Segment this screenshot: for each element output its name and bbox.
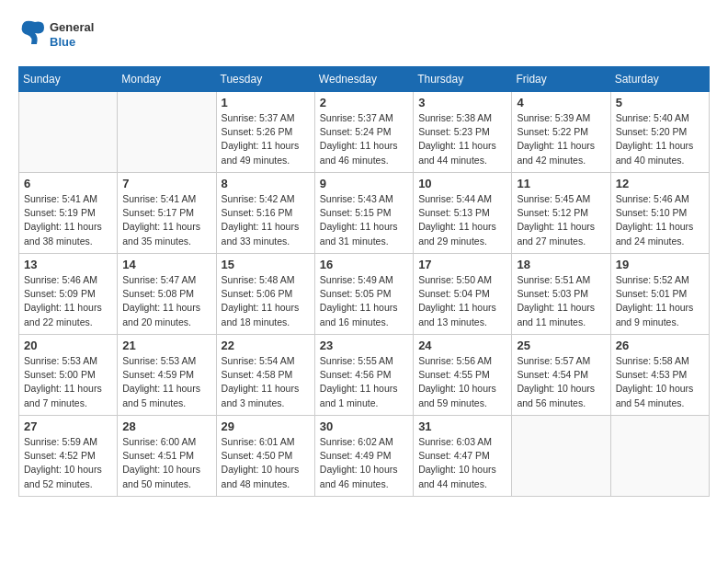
col-thursday: Thursday: [414, 67, 512, 92]
day-number: 29: [222, 419, 310, 433]
day-info: Sunrise: 6:03 AMSunset: 4:47 PMDaylight:…: [418, 435, 506, 491]
day-info: Sunrise: 5:58 AMSunset: 4:53 PMDaylight:…: [616, 354, 704, 410]
day-number: 31: [418, 419, 506, 433]
day-number: 25: [517, 339, 605, 352]
page-header: General Blue: [18, 18, 710, 52]
calendar-cell-w1-d3: 2Sunrise: 5:37 AMSunset: 5:24 PMDaylight…: [314, 92, 413, 173]
day-number: 6: [24, 177, 112, 190]
calendar-cell-w5-d0: 27Sunrise: 5:59 AMSunset: 4:52 PMDayligh…: [19, 416, 118, 497]
day-number: 10: [418, 177, 506, 190]
calendar-cell-w1-d5: 4Sunrise: 5:39 AMSunset: 5:22 PMDaylight…: [512, 92, 610, 173]
day-number: 30: [320, 419, 408, 433]
day-info: Sunrise: 5:53 AMSunset: 4:59 PMDaylight:…: [122, 354, 210, 410]
calendar-cell-w4-d3: 23Sunrise: 5:55 AMSunset: 4:56 PMDayligh…: [314, 335, 413, 416]
col-wednesday: Wednesday: [314, 67, 413, 92]
calendar-week-2: 6Sunrise: 5:41 AMSunset: 5:19 PMDaylight…: [19, 173, 710, 254]
logo-bird-icon: [18, 18, 46, 52]
calendar-table: Sunday Monday Tuesday Wednesday Thursday…: [18, 66, 710, 497]
calendar-cell-w5-d1: 28Sunrise: 6:00 AMSunset: 4:51 PMDayligh…: [118, 416, 216, 497]
calendar-week-3: 13Sunrise: 5:46 AMSunset: 5:09 PMDayligh…: [19, 254, 710, 335]
day-info: Sunrise: 5:44 AMSunset: 5:13 PMDaylight:…: [418, 192, 506, 248]
day-number: 18: [517, 258, 605, 271]
col-saturday: Saturday: [610, 67, 709, 92]
day-number: 1: [222, 96, 310, 109]
col-sunday: Sunday: [19, 67, 118, 92]
day-number: 14: [122, 258, 210, 271]
calendar-cell-w4-d5: 25Sunrise: 5:57 AMSunset: 4:54 PMDayligh…: [512, 335, 610, 416]
day-info: Sunrise: 5:52 AMSunset: 5:01 PMDaylight:…: [616, 273, 704, 329]
day-info: Sunrise: 5:37 AMSunset: 5:26 PMDaylight:…: [222, 111, 310, 167]
calendar-cell-w2-d3: 9Sunrise: 5:43 AMSunset: 5:15 PMDaylight…: [314, 173, 413, 254]
day-info: Sunrise: 5:37 AMSunset: 5:24 PMDaylight:…: [320, 111, 408, 167]
col-tuesday: Tuesday: [216, 67, 314, 92]
day-info: Sunrise: 5:43 AMSunset: 5:15 PMDaylight:…: [320, 192, 408, 248]
day-info: Sunrise: 5:57 AMSunset: 4:54 PMDaylight:…: [517, 354, 605, 410]
day-number: 3: [418, 96, 506, 109]
day-number: 23: [320, 339, 408, 352]
day-number: 5: [616, 96, 704, 109]
calendar-cell-w3-d5: 18Sunrise: 5:51 AMSunset: 5:03 PMDayligh…: [512, 254, 610, 335]
day-number: 16: [320, 258, 408, 271]
day-number: 7: [122, 177, 210, 190]
day-info: Sunrise: 5:53 AMSunset: 5:00 PMDaylight:…: [24, 354, 112, 410]
day-info: Sunrise: 5:42 AMSunset: 5:16 PMDaylight:…: [222, 192, 310, 248]
day-info: Sunrise: 5:38 AMSunset: 5:23 PMDaylight:…: [418, 111, 506, 167]
calendar-cell-w2-d4: 10Sunrise: 5:44 AMSunset: 5:13 PMDayligh…: [414, 173, 512, 254]
day-number: 9: [320, 177, 408, 190]
day-number: 2: [320, 96, 408, 109]
day-number: 28: [122, 419, 210, 433]
calendar-week-4: 20Sunrise: 5:53 AMSunset: 5:00 PMDayligh…: [19, 335, 710, 416]
calendar-cell-w5-d5: [512, 416, 610, 497]
calendar-cell-w2-d2: 8Sunrise: 5:42 AMSunset: 5:16 PMDaylight…: [216, 173, 314, 254]
day-info: Sunrise: 5:41 AMSunset: 5:17 PMDaylight:…: [122, 192, 210, 248]
calendar-week-5: 27Sunrise: 5:59 AMSunset: 4:52 PMDayligh…: [19, 416, 710, 497]
calendar-cell-w2-d6: 12Sunrise: 5:46 AMSunset: 5:10 PMDayligh…: [610, 173, 709, 254]
calendar-cell-w3-d4: 17Sunrise: 5:50 AMSunset: 5:04 PMDayligh…: [414, 254, 512, 335]
day-number: 13: [24, 258, 112, 271]
calendar-cell-w2-d5: 11Sunrise: 5:45 AMSunset: 5:12 PMDayligh…: [512, 173, 610, 254]
day-number: 19: [616, 258, 704, 271]
day-number: 21: [122, 339, 210, 352]
day-number: 26: [616, 339, 704, 352]
calendar-header-row: Sunday Monday Tuesday Wednesday Thursday…: [19, 67, 710, 92]
logo: General Blue: [18, 18, 94, 52]
day-info: Sunrise: 6:00 AMSunset: 4:51 PMDaylight:…: [122, 435, 210, 491]
day-info: Sunrise: 6:02 AMSunset: 4:49 PMDaylight:…: [320, 435, 408, 491]
calendar-cell-w4-d4: 24Sunrise: 5:56 AMSunset: 4:55 PMDayligh…: [414, 335, 512, 416]
calendar-week-1: 1Sunrise: 5:37 AMSunset: 5:26 PMDaylight…: [19, 92, 710, 173]
calendar-cell-w3-d2: 15Sunrise: 5:48 AMSunset: 5:06 PMDayligh…: [216, 254, 314, 335]
day-number: 15: [222, 258, 310, 271]
day-info: Sunrise: 5:39 AMSunset: 5:22 PMDaylight:…: [517, 111, 605, 167]
day-number: 17: [418, 258, 506, 271]
calendar-cell-w2-d1: 7Sunrise: 5:41 AMSunset: 5:17 PMDaylight…: [118, 173, 216, 254]
calendar-cell-w1-d6: 5Sunrise: 5:40 AMSunset: 5:20 PMDaylight…: [610, 92, 709, 173]
calendar-cell-w5-d4: 31Sunrise: 6:03 AMSunset: 4:47 PMDayligh…: [414, 416, 512, 497]
calendar-cell-w4-d6: 26Sunrise: 5:58 AMSunset: 4:53 PMDayligh…: [610, 335, 709, 416]
calendar-cell-w1-d1: [118, 92, 216, 173]
day-info: Sunrise: 5:46 AMSunset: 5:09 PMDaylight:…: [24, 273, 112, 329]
calendar-cell-w3-d6: 19Sunrise: 5:52 AMSunset: 5:01 PMDayligh…: [610, 254, 709, 335]
day-info: Sunrise: 5:56 AMSunset: 4:55 PMDaylight:…: [418, 354, 506, 410]
day-info: Sunrise: 5:46 AMSunset: 5:10 PMDaylight:…: [616, 192, 704, 248]
day-info: Sunrise: 5:47 AMSunset: 5:08 PMDaylight:…: [122, 273, 210, 329]
col-monday: Monday: [118, 67, 216, 92]
day-info: Sunrise: 5:45 AMSunset: 5:12 PMDaylight:…: [517, 192, 605, 248]
calendar-cell-w1-d0: [19, 92, 118, 173]
calendar-cell-w1-d4: 3Sunrise: 5:38 AMSunset: 5:23 PMDaylight…: [414, 92, 512, 173]
col-friday: Friday: [512, 67, 610, 92]
day-info: Sunrise: 5:50 AMSunset: 5:04 PMDaylight:…: [418, 273, 506, 329]
calendar-cell-w3-d1: 14Sunrise: 5:47 AMSunset: 5:08 PMDayligh…: [118, 254, 216, 335]
day-info: Sunrise: 5:51 AMSunset: 5:03 PMDaylight:…: [517, 273, 605, 329]
logo-general: General: [50, 20, 94, 35]
day-info: Sunrise: 5:59 AMSunset: 4:52 PMDaylight:…: [24, 435, 112, 491]
calendar-cell-w3-d3: 16Sunrise: 5:49 AMSunset: 5:05 PMDayligh…: [314, 254, 413, 335]
logo-blue: Blue: [50, 35, 94, 50]
day-number: 12: [616, 177, 704, 190]
calendar-cell-w5-d3: 30Sunrise: 6:02 AMSunset: 4:49 PMDayligh…: [314, 416, 413, 497]
day-info: Sunrise: 5:40 AMSunset: 5:20 PMDaylight:…: [616, 111, 704, 167]
day-info: Sunrise: 5:48 AMSunset: 5:06 PMDaylight:…: [222, 273, 310, 329]
calendar-cell-w2-d0: 6Sunrise: 5:41 AMSunset: 5:19 PMDaylight…: [19, 173, 118, 254]
day-info: Sunrise: 6:01 AMSunset: 4:50 PMDaylight:…: [222, 435, 310, 491]
calendar-cell-w4-d0: 20Sunrise: 5:53 AMSunset: 5:00 PMDayligh…: [19, 335, 118, 416]
calendar-cell-w4-d2: 22Sunrise: 5:54 AMSunset: 4:58 PMDayligh…: [216, 335, 314, 416]
